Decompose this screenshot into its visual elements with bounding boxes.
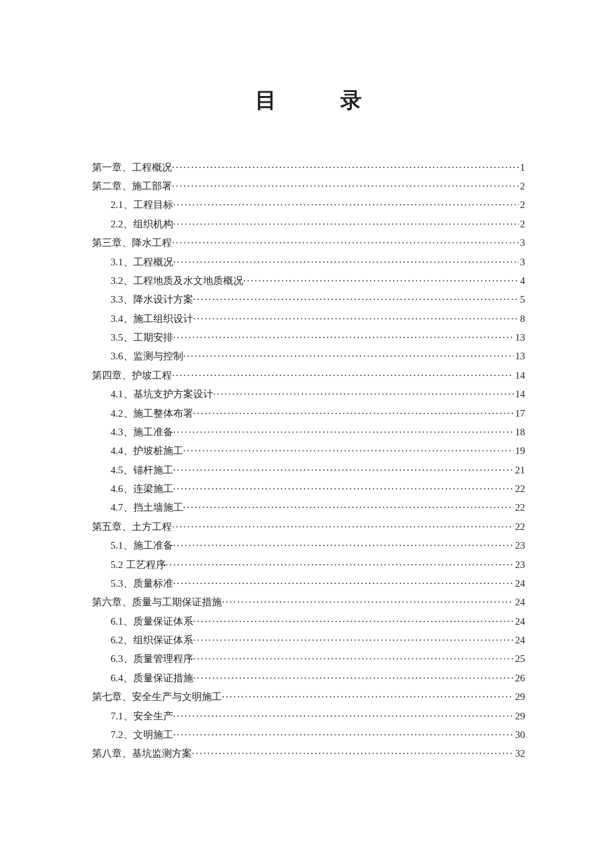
toc-entry[interactable]: 4.3、施工准备18 [92,422,525,441]
toc-entry[interactable]: 5.1、施工准备23 [92,535,525,554]
toc-entry-label: 第七章、安全生产与文明施工 [92,692,222,702]
toc-entry-page: 3 [519,257,526,267]
toc-leader-dots [173,709,514,719]
toc-entry-page: 14 [514,371,525,381]
toc-leader-dots [222,690,514,700]
toc-entry[interactable]: 4.7、挡土墙施工22 [92,497,525,516]
toc-entry[interactable]: 4.1、基坑支护方案设计14 [92,384,525,403]
toc-entry[interactable]: 6.3、质量管理程序25 [92,649,525,667]
toc-entry-page: 24 [514,617,525,627]
toc-entry-label: 5.2 工艺程序 [92,560,166,570]
toc-leader-dots [173,217,519,227]
toc-entry-label: 4.3、施工准备 [92,427,173,437]
toc-entry[interactable]: 2.1、工程目标2 [92,195,525,213]
toc-entry[interactable]: 第四章、护坡工程14 [92,365,525,384]
toc-entry[interactable]: 第八章、基坑监测方案32 [92,743,525,762]
toc-entry[interactable]: 4.5、锚杆施工21 [92,459,525,478]
toc-entry-label: 5.1、施工准备 [92,541,173,551]
toc-entry-label: 6.2、组织保证体系 [92,635,193,645]
toc-leader-dots [173,539,514,549]
toc-entry[interactable]: 第五章、土方工程22 [92,517,525,535]
title-left: 目 [255,88,277,112]
toc-leader-dots [213,387,514,397]
toc-leader-dots [193,407,514,417]
toc-entry-page: 32 [514,749,525,759]
toc-entry-label: 3.4、施工组织设计 [92,314,193,324]
toc-entry[interactable]: 3.3、降水设计方案5 [92,289,525,308]
toc-entry-page: 2 [519,181,526,191]
toc-leader-dots [173,463,514,473]
toc-entry[interactable]: 3.4、施工组织设计8 [92,308,525,327]
toc-entry-label: 3.2、工程地质及水文地质概况 [92,276,243,286]
toc-entry-page: 25 [514,654,525,664]
toc-entry[interactable]: 第一章、工程概况1 [92,157,525,175]
toc-entry-page: 4 [519,276,526,286]
toc-entry-label: 第八章、基坑监测方案 [92,749,192,759]
toc-entry-label: 2.1、工程目标 [92,200,173,210]
toc-leader-dots [172,369,514,379]
table-of-contents: 第一章、工程概况1第二章、施工部署22.1、工程目标22.2、组织机构2第三章、… [92,157,525,762]
title-right: 录 [340,88,362,112]
toc-entry-page: 13 [514,351,525,361]
toc-entry-page: 29 [514,692,525,702]
toc-entry-label: 4.4、护坡桩施工 [92,446,183,456]
toc-entry-label: 7.1、安全生产 [92,711,173,721]
toc-leader-dots [193,312,519,322]
toc-entry[interactable]: 7.2、文明施工30 [92,725,525,743]
toc-leader-dots [193,652,514,662]
toc-entry[interactable]: 第七章、安全生产与文明施工29 [92,687,525,705]
toc-entry[interactable]: 6.1、质量保证体系24 [92,611,525,629]
toc-entry-page: 2 [519,200,526,210]
toc-entry-label: 6.1、质量保证体系 [92,617,193,627]
toc-leader-dots [166,558,514,568]
toc-entry-label: 第五章、土方工程 [92,522,172,532]
toc-entry[interactable]: 4.4、护坡桩施工19 [92,441,525,459]
toc-entry[interactable]: 7.1、安全生产29 [92,705,525,724]
toc-entry[interactable]: 3.1、工程概况3 [92,251,525,270]
toc-leader-dots [243,274,519,284]
toc-entry-page: 22 [514,503,525,513]
toc-entry[interactable]: 6.4、质量保证措施26 [92,668,525,687]
toc-entry[interactable]: 4.6、连梁施工22 [92,479,525,497]
toc-entry[interactable]: 2.2、组织机构2 [92,214,525,233]
toc-entry-label: 第一章、工程概况 [92,163,172,173]
toc-entry[interactable]: 5.3、质量标准24 [92,573,525,592]
toc-entry-label: 第四章、护坡工程 [92,371,172,381]
toc-entry-label: 3.5、工期安排 [92,333,173,343]
toc-entry[interactable]: 第三章、降水工程3 [92,233,525,251]
toc-entry[interactable]: 3.6、监测与控制13 [92,346,525,365]
toc-entry-page: 14 [514,389,525,399]
toc-entry-label: 7.2、文明施工 [92,730,173,740]
toc-entry-page: 30 [514,730,525,740]
toc-entry[interactable]: 5.2 工艺程序23 [92,554,525,573]
toc-entry-page: 13 [514,333,525,343]
toc-entry[interactable]: 3.2、工程地质及水文地质概况4 [92,271,525,289]
toc-leader-dots [173,331,514,341]
toc-entry-label: 第三章、降水工程 [92,238,172,248]
toc-entry-label: 4.5、锚杆施工 [92,465,173,475]
toc-entry-label: 第二章、施工部署 [92,181,172,191]
toc-entry-label: 5.3、质量标准 [92,579,173,589]
toc-entry-label: 6.3、质量管理程序 [92,654,193,664]
toc-leader-dots [173,577,514,587]
toc-leader-dots [172,520,514,530]
toc-entry-page: 5 [519,295,526,305]
toc-entry-page: 2 [519,219,526,229]
toc-entry[interactable]: 6.2、组织保证体系24 [92,630,525,649]
toc-entry-label: 3.3、降水设计方案 [92,295,193,305]
toc-entry[interactable]: 第二章、施工部署2 [92,176,525,195]
toc-entry-label: 3.6、监测与控制 [92,351,183,361]
toc-entry-label: 4.2、施工整体布署 [92,409,193,419]
toc-leader-dots [173,728,514,738]
toc-entry[interactable]: 4.2、施工整体布署17 [92,403,525,421]
toc-entry-page: 18 [514,427,525,437]
toc-entry[interactable]: 第六章、质量与工期保证措施24 [92,592,525,611]
toc-leader-dots [193,633,514,643]
toc-entry-page: 21 [514,465,525,475]
toc-entry-page: 22 [514,484,525,494]
toc-entry-page: 24 [514,635,525,645]
page-title: 目 录 [92,86,525,115]
toc-entry-page: 23 [514,541,525,551]
toc-entry-page: 22 [514,522,525,532]
toc-entry[interactable]: 3.5、工期安排13 [92,327,525,346]
